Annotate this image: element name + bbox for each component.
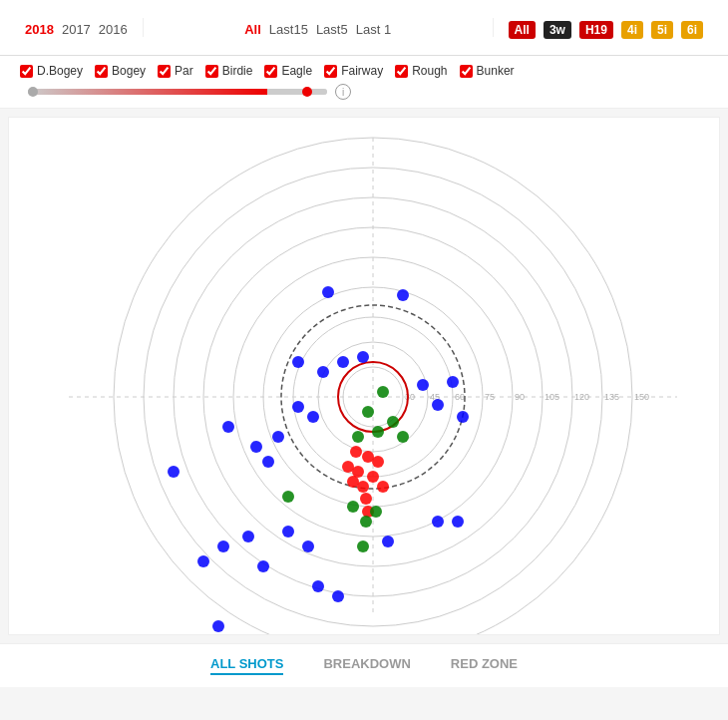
checkbox-bunker[interactable]	[460, 65, 473, 78]
svg-point-44	[302, 540, 314, 552]
svg-point-67	[397, 431, 409, 443]
svg-point-40	[217, 540, 229, 552]
club-btn-4i[interactable]: 4i	[621, 21, 643, 39]
filter-label-rough: Rough	[412, 64, 447, 78]
club-btn-6i[interactable]: 6i	[681, 21, 703, 39]
svg-point-30	[222, 421, 234, 433]
svg-text:120: 120	[574, 392, 589, 402]
svg-point-46	[312, 580, 324, 592]
round-item-Last5[interactable]: Last5	[316, 22, 348, 37]
svg-point-61	[350, 446, 362, 458]
svg-point-39	[197, 555, 209, 567]
svg-text:75: 75	[485, 392, 495, 402]
checkbox-par[interactable]	[158, 65, 171, 78]
svg-point-69	[360, 516, 372, 528]
tab-breakdown[interactable]: BREAKDOWN	[323, 656, 410, 675]
svg-point-71	[282, 491, 294, 503]
filter-label-eagle: Eagle	[281, 64, 312, 78]
svg-point-34	[292, 401, 304, 413]
filter-label-birdie: Birdie	[222, 64, 253, 78]
club-selector-section: All3wH194i5i6i	[494, 17, 718, 39]
filter-label-par: Par	[175, 64, 193, 78]
club-btn-5i[interactable]: 5i	[651, 21, 673, 39]
svg-point-36	[432, 399, 444, 411]
chart-area: 3045607590105120135150	[8, 117, 720, 635]
svg-point-25	[317, 366, 329, 378]
bottom-tabs: ALL SHOTSBREAKDOWNRED ZONE	[0, 643, 728, 687]
checkbox-rough[interactable]	[395, 65, 408, 78]
svg-point-41	[242, 531, 254, 542]
distance-slider[interactable]	[28, 89, 327, 95]
svg-point-70	[370, 506, 382, 518]
filter-d.bogey[interactable]: D.Bogey	[20, 64, 83, 78]
svg-point-23	[397, 289, 409, 301]
svg-point-64	[352, 431, 364, 443]
svg-point-45	[382, 536, 394, 547]
round-selector-section: AllLast15Last5Last 1	[144, 18, 494, 37]
round-item-All[interactable]: All	[244, 22, 261, 37]
distance-row: i	[20, 84, 708, 100]
year-selector-items: 201820172016	[25, 22, 128, 37]
tab-all-shots[interactable]: ALL SHOTS	[210, 656, 283, 675]
svg-point-59	[377, 481, 389, 493]
svg-text:135: 135	[604, 392, 619, 402]
svg-point-63	[362, 406, 374, 418]
filter-eagle[interactable]: Eagle	[264, 64, 312, 78]
checkbox-d.bogey[interactable]	[20, 65, 33, 78]
svg-text:30: 30	[405, 392, 415, 402]
svg-point-43	[282, 526, 294, 538]
round-item-Last 1[interactable]: Last 1	[356, 22, 391, 37]
svg-text:90: 90	[515, 392, 525, 402]
svg-point-24	[292, 356, 304, 368]
top-bar: 201820172016 AllLast15Last5Last 1 All3wH…	[0, 0, 728, 56]
filter-rough[interactable]: Rough	[395, 64, 447, 78]
radar-chart: 3045607590105120135150	[9, 118, 719, 634]
filter-par[interactable]: Par	[158, 64, 193, 78]
svg-point-27	[357, 351, 369, 363]
filter-bunker[interactable]: Bunker	[460, 64, 515, 78]
tab-red-zone[interactable]: RED ZONE	[451, 656, 518, 675]
year-item-2016[interactable]: 2016	[99, 22, 128, 37]
filter-bogey[interactable]: Bogey	[95, 64, 146, 78]
svg-point-73	[452, 516, 464, 528]
club-btn-All[interactable]: All	[509, 21, 536, 39]
svg-point-32	[262, 456, 274, 468]
svg-point-38	[168, 466, 180, 478]
year-selector-section: 201820172016	[10, 18, 144, 37]
svg-point-65	[372, 426, 384, 438]
year-item-2018[interactable]: 2018	[25, 22, 54, 37]
club-btn-H19[interactable]: H19	[579, 21, 613, 39]
svg-point-28	[417, 379, 429, 391]
round-item-Last15[interactable]: Last15	[269, 22, 308, 37]
filter-row: D.BogeyBogeyParBirdieEagleFairwayRoughBu…	[20, 64, 708, 78]
filter-bar: D.BogeyBogeyParBirdieEagleFairwayRoughBu…	[0, 56, 728, 109]
checkbox-birdie[interactable]	[205, 65, 218, 78]
svg-point-48	[432, 516, 444, 528]
svg-point-35	[307, 411, 319, 423]
club-btn-3w[interactable]: 3w	[544, 21, 571, 39]
svg-point-33	[272, 431, 284, 443]
svg-point-42	[257, 560, 269, 572]
svg-point-47	[332, 590, 344, 602]
info-icon[interactable]: i	[335, 84, 351, 100]
svg-text:150: 150	[634, 392, 649, 402]
svg-point-57	[372, 456, 384, 468]
svg-point-29	[447, 376, 459, 388]
round-selector-items: AllLast15Last5Last 1	[244, 22, 391, 37]
filter-birdie[interactable]: Birdie	[205, 64, 253, 78]
svg-point-62	[377, 386, 389, 398]
filter-label-bogey: Bogey	[112, 64, 146, 78]
svg-point-56	[347, 476, 359, 488]
checkbox-eagle[interactable]	[264, 65, 277, 78]
svg-point-49	[212, 620, 224, 632]
svg-point-26	[337, 356, 349, 368]
svg-point-68	[347, 501, 359, 513]
year-item-2017[interactable]: 2017	[62, 22, 91, 37]
checkbox-bogey[interactable]	[95, 65, 108, 78]
filter-fairway[interactable]: Fairway	[324, 64, 383, 78]
filter-label-d.bogey: D.Bogey	[37, 64, 83, 78]
filter-label-bunker: Bunker	[477, 64, 515, 78]
svg-point-22	[322, 286, 334, 298]
checkbox-fairway[interactable]	[324, 65, 337, 78]
svg-point-66	[387, 416, 399, 428]
